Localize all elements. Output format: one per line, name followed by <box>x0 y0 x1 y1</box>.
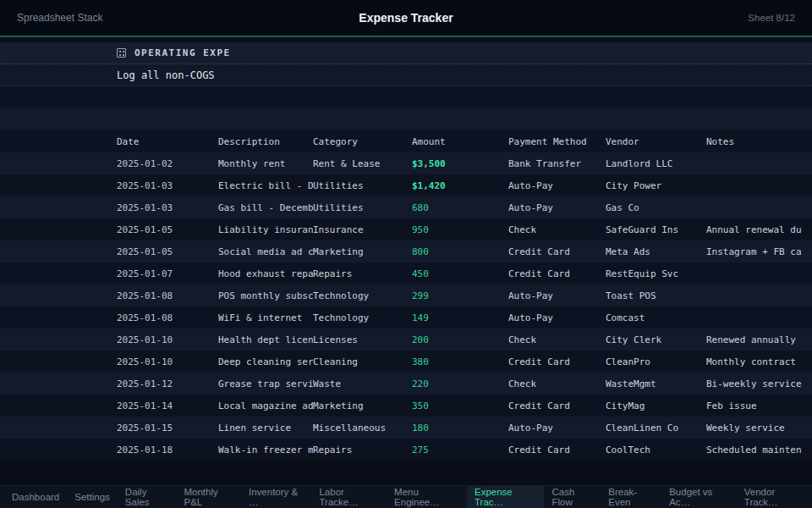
cell-date[interactable]: 2025-01-14 <box>117 400 218 411</box>
cell-vendor[interactable]: City Power <box>606 180 706 191</box>
cell-category[interactable]: Utilities <box>313 180 412 191</box>
cell-vendor[interactable]: RestEquip Svc <box>606 268 706 279</box>
cell-payment-method[interactable]: Check <box>508 334 606 345</box>
cell-description[interactable]: Local magazine ad <box>218 400 313 411</box>
empty-row[interactable] <box>0 86 812 108</box>
cell-payment-method[interactable]: Credit Card <box>508 356 606 367</box>
cell-description[interactable]: WiFi & internet <box>218 312 313 323</box>
cell-category[interactable]: Repairs <box>313 268 412 279</box>
cell-vendor[interactable]: CleanLinen Co <box>606 422 706 433</box>
column-header-category[interactable]: Category <box>313 136 412 147</box>
column-header-date[interactable]: Date <box>117 136 218 147</box>
cell-vendor[interactable]: CoolTech <box>606 444 706 456</box>
cell-notes[interactable]: Renewed annually <box>706 334 812 345</box>
cell-amount[interactable]: 275 <box>412 444 508 456</box>
tab-inventory[interactable]: Inventory & … <box>241 486 311 508</box>
cell-vendor[interactable]: CleanPro <box>606 356 706 367</box>
section-header-row[interactable]: OPERATING EXPE <box>0 42 812 64</box>
cell-description[interactable]: Walk-in freezer m <box>218 444 313 456</box>
cell-description[interactable]: Gas bill - Decemb <box>218 202 313 213</box>
cell-category[interactable]: Marketing <box>313 400 412 411</box>
cell-description[interactable]: Electric bill - D <box>218 180 313 191</box>
cell-vendor[interactable]: Gas Co <box>606 202 706 213</box>
column-header-description[interactable]: Description <box>218 136 313 147</box>
tab-budget-vs-ac[interactable]: Budget vs Ac… <box>661 486 737 508</box>
cell-amount[interactable]: 180 <box>412 422 508 433</box>
cell-notes[interactable]: Scheduled mainten <box>706 444 812 456</box>
empty-row[interactable] <box>0 108 812 130</box>
cell-category[interactable]: Rent & Lease <box>313 158 412 169</box>
tab-menu-enginee[interactable]: Menu Enginee… <box>387 486 467 508</box>
cell-notes[interactable]: Monthly contract <box>706 356 812 367</box>
cell-category[interactable]: Marketing <box>313 246 412 257</box>
tab-dashboard[interactable]: Dashboard <box>4 486 67 508</box>
cell-notes[interactable]: Feb issue <box>706 400 812 411</box>
cell-description[interactable]: Liability insuran <box>218 224 313 235</box>
cell-vendor[interactable]: Comcast <box>606 312 706 323</box>
cell-vendor[interactable]: Toast POS <box>606 290 706 301</box>
cell-amount[interactable]: 380 <box>412 356 508 367</box>
cell-date[interactable]: 2025-01-03 <box>117 202 218 213</box>
cell-description[interactable]: Social media ad c <box>218 246 313 257</box>
cell-payment-method[interactable]: Check <box>508 224 606 235</box>
cell-amount[interactable]: $3,500 <box>412 158 508 169</box>
cell-amount[interactable]: 450 <box>412 268 508 279</box>
cell-category[interactable]: Technology <box>313 290 412 301</box>
cell-date[interactable]: 2025-01-12 <box>117 378 218 389</box>
tab-daily-sales[interactable]: Daily Sales <box>118 486 177 508</box>
tab-monthly-p-l[interactable]: Monthly P&L <box>176 486 241 508</box>
cell-payment-method[interactable]: Auto-Pay <box>508 290 606 301</box>
cell-description[interactable]: Deep cleaning ser <box>218 356 313 367</box>
cell-payment-method[interactable]: Auto-Pay <box>508 312 606 323</box>
cell-category[interactable]: Miscellaneous <box>313 422 412 433</box>
cell-vendor[interactable]: City Clerk <box>606 334 706 345</box>
cell-description[interactable]: Monthly rent <box>218 158 313 169</box>
cell-vendor[interactable]: Landlord LLC <box>606 158 706 169</box>
cell-date[interactable]: 2025-01-07 <box>117 268 218 279</box>
cell-category[interactable]: Cleaning <box>313 356 412 367</box>
cell-amount[interactable]: $1,420 <box>412 180 508 191</box>
cell-date[interactable]: 2025-01-02 <box>117 158 218 169</box>
cell-amount[interactable]: 350 <box>412 400 508 411</box>
cell-payment-method[interactable]: Auto-Pay <box>508 422 606 433</box>
cell-payment-method[interactable]: Auto-Pay <box>508 202 606 213</box>
cell-payment-method[interactable]: Credit Card <box>508 268 606 279</box>
cell-payment-method[interactable]: Credit Card <box>508 400 606 411</box>
cell-amount[interactable]: 800 <box>412 246 508 257</box>
cell-vendor[interactable]: CityMag <box>606 400 706 411</box>
cell-date[interactable]: 2025-01-08 <box>117 312 218 323</box>
cell-description[interactable]: Hood exhaust repa <box>218 268 313 279</box>
cell-vendor[interactable]: SafeGuard Ins <box>606 224 706 235</box>
cell-vendor[interactable]: Meta Ads <box>606 246 706 257</box>
column-header-payment[interactable]: Payment Method <box>508 136 606 147</box>
column-header-vendor[interactable]: Vendor <box>606 136 706 147</box>
cell-category[interactable]: Licenses <box>313 334 412 345</box>
cell-amount[interactable]: 149 <box>412 312 508 323</box>
cell-category[interactable]: Waste <box>313 378 412 389</box>
cell-payment-method[interactable]: Auto-Pay <box>508 180 606 191</box>
cell-category[interactable]: Utilities <box>313 202 412 213</box>
tab-vendor-track[interactable]: Vendor Track… <box>737 486 812 508</box>
cell-description[interactable]: Grease trap servi <box>218 378 313 389</box>
cell-category[interactable]: Technology <box>313 312 412 323</box>
cell-category[interactable]: Insurance <box>313 224 412 235</box>
column-header-notes[interactable]: Notes <box>706 136 812 147</box>
tab-expense-trac[interactable]: Expense Trac… <box>467 486 544 508</box>
cell-notes[interactable]: Weekly service <box>706 422 812 433</box>
cell-amount[interactable]: 200 <box>412 334 508 345</box>
tab-settings[interactable]: Settings <box>67 486 118 508</box>
cell-category[interactable]: Repairs <box>313 444 412 456</box>
cell-date[interactable]: 2025-01-10 <box>117 334 218 345</box>
tab-break-even[interactable]: Break-Even <box>601 486 661 508</box>
cell-notes[interactable]: Instagram + FB ca <box>706 246 812 257</box>
cell-notes[interactable]: Annual renewal du <box>706 224 812 235</box>
cell-date[interactable]: 2025-01-03 <box>117 180 218 191</box>
cell-description[interactable]: Linen service <box>218 422 313 433</box>
tab-cash-flow[interactable]: Cash Flow <box>544 486 601 508</box>
cell-payment-method[interactable]: Check <box>508 378 606 389</box>
cell-description[interactable]: POS monthly subsc <box>218 290 313 301</box>
cell-amount[interactable]: 299 <box>412 290 508 301</box>
cell-date[interactable]: 2025-01-08 <box>117 290 218 301</box>
cell-payment-method[interactable]: Bank Transfer <box>508 158 606 169</box>
cell-amount[interactable]: 950 <box>412 224 508 235</box>
